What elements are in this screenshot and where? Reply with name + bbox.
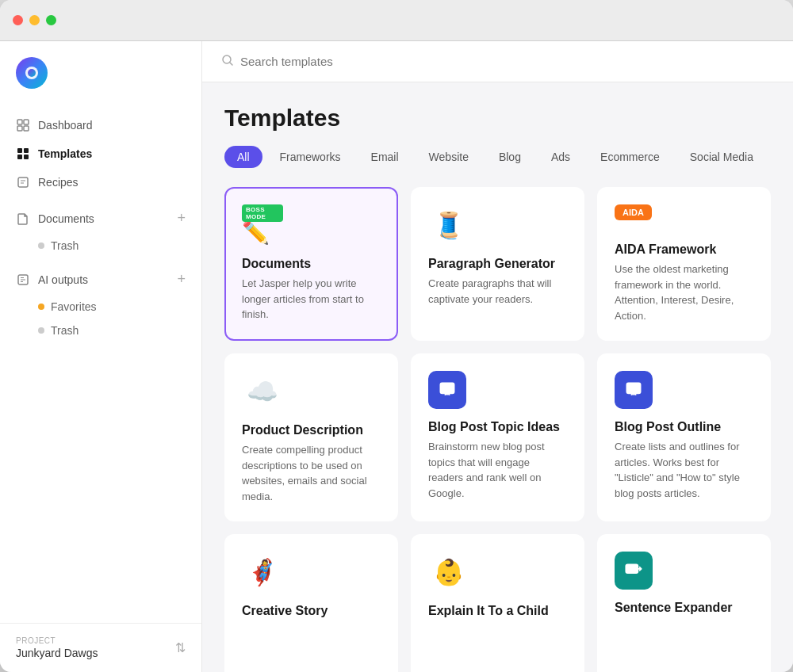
sidebar-item-dashboard[interactable]: Dashboard — [0, 111, 201, 139]
template-card-aida-framework[interactable]: AIDA AIDA Framework Use the oldest marke… — [597, 187, 771, 341]
ai-trash-dot-icon — [38, 327, 44, 334]
search-bar — [202, 41, 793, 82]
svg-line-16 — [230, 63, 232, 65]
search-input[interactable] — [240, 55, 774, 68]
favorites-dot-icon — [38, 304, 44, 310]
creative-story-icon: 🦸‍♀️ — [242, 552, 283, 593]
sidebar-item-recipes[interactable]: Recipes — [0, 168, 201, 197]
project-info: PROJECT Junkyard Dawgs — [16, 636, 98, 659]
filter-tab-email[interactable]: Email — [358, 146, 412, 168]
sidebar-documents-label: Documents — [38, 212, 94, 225]
aida-badge: AIDA — [615, 204, 652, 220]
minimize-button[interactable] — [29, 15, 40, 25]
filter-tab-frameworks[interactable]: Frameworks — [267, 146, 354, 168]
traffic-lights — [13, 15, 56, 25]
card-title: Creative Story — [242, 604, 381, 618]
project-selector[interactable]: PROJECT Junkyard Dawgs ⇅ — [16, 636, 186, 659]
app-body: Dashboard Templates — [0, 41, 793, 672]
card-title: Blog Post Outline — [615, 420, 753, 434]
sidebar-item-label: Recipes — [38, 176, 79, 189]
sidebar-documents-trash-label: Trash — [51, 239, 79, 252]
blog-outline-icon — [615, 371, 653, 409]
filter-tab-all[interactable]: All — [224, 146, 262, 168]
card-title: Explain It To a Child — [428, 604, 567, 618]
sidebar-item-favorites[interactable]: Favorites — [0, 295, 201, 319]
svg-rect-4 — [24, 120, 29, 124]
app-window: Dashboard Templates — [0, 0, 793, 672]
spool-icon: 🧵 — [428, 204, 469, 246]
child-emoji-icon: 👶 — [428, 552, 469, 593]
content-area: Templates All Frameworks Email Website B… — [202, 82, 793, 672]
card-title: Product Description — [242, 423, 381, 437]
sidebar-item-ai-outputs[interactable]: AI outputs + — [0, 264, 201, 295]
template-card-paragraph-generator[interactable]: 🧵 Paragraph Generator Create paragraphs … — [411, 187, 584, 341]
titlebar — [0, 0, 793, 41]
sentence-expander-icon — [615, 552, 653, 590]
template-card-sentence-expander[interactable]: Sentence Expander — [597, 534, 771, 672]
cloud-icon: ☁️ — [242, 371, 283, 412]
document-icon — [16, 212, 30, 226]
card-desc: Create paragraphs that will captivate yo… — [428, 276, 567, 307]
logo — [0, 57, 201, 111]
sidebar-item-ai-trash[interactable]: Trash — [0, 319, 201, 342]
sidebar-item-documents-trash[interactable]: Trash — [0, 234, 201, 258]
close-button[interactable] — [13, 15, 23, 25]
sidebar-item-templates[interactable]: Templates — [0, 139, 201, 168]
add-ai-output-button[interactable]: + — [177, 271, 186, 288]
template-card-product-description[interactable]: ☁️ Product Description Create compelling… — [224, 353, 398, 521]
pencil-emoji-icon: ✏️ — [242, 220, 270, 246]
svg-rect-19 — [626, 564, 638, 573]
sidebar-ai-outputs-label: AI outputs — [38, 273, 88, 286]
template-card-explain-to-child[interactable]: 👶 Explain It To a Child — [411, 534, 584, 672]
maximize-button[interactable] — [46, 15, 56, 25]
sidebar-ai-trash-label: Trash — [51, 324, 79, 337]
sidebar-footer: PROJECT Junkyard Dawgs ⇅ — [0, 623, 201, 672]
main-content: Templates All Frameworks Email Website B… — [202, 41, 793, 672]
add-document-button[interactable]: + — [177, 210, 186, 227]
filter-tab-ads[interactable]: Ads — [538, 146, 583, 168]
sidebar-favorites-label: Favorites — [51, 300, 97, 313]
card-title: Sentence Expander — [615, 601, 753, 615]
boss-mode-icon-wrapper: BOSS MODE ✏️ — [242, 204, 283, 246]
home-icon — [16, 118, 30, 132]
svg-point-2 — [28, 69, 36, 77]
template-grid: BOSS MODE ✏️ Documents Let Jasper help y… — [224, 187, 771, 672]
svg-rect-9 — [17, 155, 22, 159]
template-card-blog-post-topic[interactable]: Blog Post Topic Ideas Brainstorm new blo… — [411, 353, 584, 521]
template-card-blog-post-outline[interactable]: Blog Post Outline Create lists and outli… — [597, 353, 771, 521]
sidebar-item-label: Dashboard — [38, 119, 93, 132]
svg-rect-8 — [24, 148, 29, 153]
svg-rect-11 — [18, 178, 28, 187]
svg-rect-6 — [24, 126, 29, 131]
card-desc: Create lists and outlines for articles. … — [615, 439, 753, 501]
card-desc: Create compelling product descriptions t… — [242, 442, 381, 504]
filter-tab-website[interactable]: Website — [416, 146, 481, 168]
dot-icon — [38, 242, 44, 249]
template-card-documents[interactable]: BOSS MODE ✏️ Documents Let Jasper help y… — [224, 187, 398, 341]
card-title: AIDA Framework — [615, 242, 753, 257]
template-card-creative-story[interactable]: 🦸‍♀️ Creative Story — [224, 534, 398, 672]
search-icon — [221, 54, 234, 69]
svg-rect-3 — [17, 120, 22, 124]
project-name: Junkyard Dawgs — [16, 647, 98, 659]
grid-icon — [16, 147, 30, 161]
card-desc: Use the oldest marketing framework in th… — [615, 262, 753, 323]
sidebar: Dashboard Templates — [0, 41, 202, 672]
ai-outputs-icon — [16, 273, 30, 287]
card-title: Blog Post Topic Ideas — [428, 420, 567, 434]
svg-rect-7 — [17, 148, 22, 153]
card-desc: Brainstorm new blog post topics that wil… — [428, 439, 567, 501]
filter-tabs: All Frameworks Email Website Blog Ads Ec… — [224, 146, 771, 168]
nav-section: Dashboard Templates — [0, 111, 201, 623]
card-title: Paragraph Generator — [428, 257, 567, 271]
filter-tab-social-media[interactable]: Social Media — [677, 146, 766, 168]
page-title: Templates — [224, 105, 771, 132]
boss-mode-badge: BOSS MODE — [242, 204, 283, 222]
filter-tab-ecommerce[interactable]: Ecommerce — [588, 146, 672, 168]
sidebar-item-documents[interactable]: Documents + — [0, 203, 201, 234]
sidebar-item-label: Templates — [38, 147, 92, 160]
svg-rect-5 — [17, 126, 22, 131]
card-desc: Let Jasper help you write longer article… — [242, 276, 381, 323]
filter-tab-blog[interactable]: Blog — [486, 146, 534, 168]
card-title: Documents — [242, 257, 381, 271]
